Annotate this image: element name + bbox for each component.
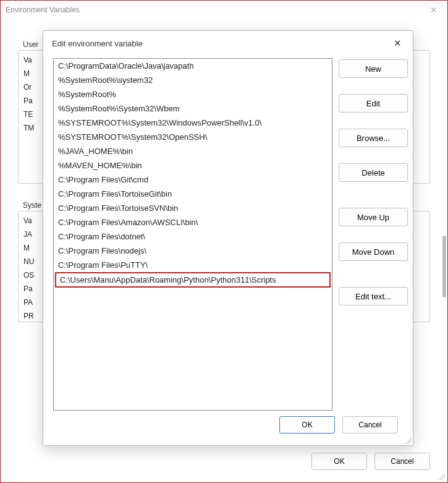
close-icon[interactable]: ✕ [389,35,407,51]
modal-footer: OK Cancel [43,411,413,445]
path-item[interactable]: C:\Users\Manu\AppData\Roaming\Python\Pyt… [55,272,331,288]
outer-title: Environment Variables [6,6,80,14]
path-item[interactable]: %SystemRoot% [54,87,332,101]
modal-content: C:\ProgramData\Oracle\Java\javapath%Syst… [43,56,413,411]
edit-text-button[interactable]: Edit text... [339,287,408,306]
path-item[interactable]: %MAVEN_HOME%\bin [54,158,332,173]
path-item[interactable]: %JAVA_HOME%\bin [54,144,332,158]
path-item[interactable]: C:\ProgramData\Oracle\Java\javapath [54,59,332,73]
scrollbar-thumb[interactable] [442,236,446,297]
move-up-button[interactable]: Move Up [339,208,408,226]
side-button-column: New Edit Browse... Delete Move Up Move D… [339,58,408,411]
path-item[interactable]: C:\Program Files\dotnet\ [54,229,332,244]
modal-titlebar: Edit environment variable ✕ [43,31,413,56]
edit-environment-variable-dialog: Edit environment variable ✕ C:\ProgramDa… [43,30,413,446]
path-item[interactable]: C:\Program Files\Amazon\AWSCLI\bin\ [54,215,332,229]
path-item[interactable]: C:\Program Files\nodejs\ [54,244,332,258]
path-list[interactable]: C:\ProgramData\Oracle\Java\javapath%Syst… [53,58,332,411]
modal-title: Edit environment variable [52,39,143,48]
resize-grip-icon[interactable] [403,435,412,444]
cancel-button[interactable]: Cancel [342,416,398,434]
path-item[interactable]: C:\Program Files\Git\cmd [54,173,332,187]
outer-button-row: OK Cancel [311,453,430,470]
path-item[interactable]: %SYSTEMROOT%\System32\OpenSSH\ [54,130,332,144]
close-icon[interactable]: ✕ [425,5,442,15]
outer-titlebar: Environment Variables ✕ [1,1,447,19]
path-item[interactable]: %SystemRoot%\System32\Wbem [54,101,332,116]
move-down-button[interactable]: Move Down [339,242,408,261]
new-button[interactable]: New [339,59,408,78]
delete-button[interactable]: Delete [339,163,408,182]
path-item[interactable]: %SystemRoot%\system32 [54,73,332,87]
path-item[interactable]: C:\Program Files\PuTTY\ [54,258,332,272]
edit-button[interactable]: Edit [339,94,408,113]
ok-button[interactable]: OK [311,453,367,470]
path-item[interactable]: C:\Program Files\TortoiseSVN\bin [54,201,332,215]
browse-button[interactable]: Browse... [339,129,408,147]
ok-button[interactable]: OK [279,416,335,434]
cancel-button[interactable]: Cancel [374,453,430,470]
path-item[interactable]: %SYSTEMROOT%\System32\WindowsPowerShell\… [54,116,332,130]
resize-grip-icon[interactable] [436,471,445,480]
path-item[interactable]: C:\Program Files\TortoiseGit\bin [54,187,332,201]
environment-variables-window: Environment Variables ✕ User Va M Or Pa … [0,0,448,483]
